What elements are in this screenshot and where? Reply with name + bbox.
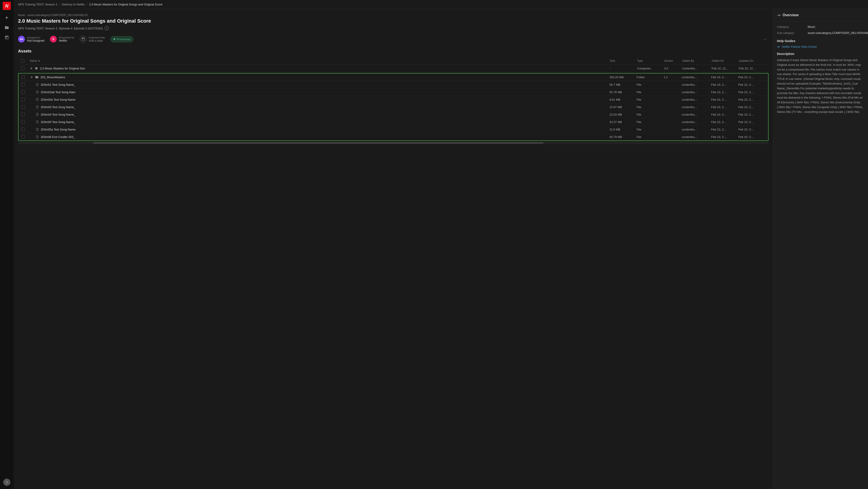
user-avatar[interactable]: U — [3, 479, 11, 487]
file-row: 203m01 Test Song Name_ 56.7 MB File cont… — [19, 81, 768, 88]
file-name-0[interactable]: 203m01 Test Song Name_ — [30, 83, 610, 86]
subcategory-label: Sub category — [777, 31, 804, 35]
folder-added-on: Feb 10, 2:... — [711, 76, 738, 79]
folder-updated-on: Feb 10, 2:... — [738, 76, 765, 79]
version-column-header: Version — [664, 59, 682, 62]
row-checkbox[interactable] — [21, 66, 30, 70]
file-size-5: 33.37 MB — [610, 120, 637, 124]
status-dot — [114, 38, 115, 40]
file-row: 203m06 End Credits S02_ 45.79 MB File co… — [19, 133, 768, 140]
file-updated-on-7: Feb 10, 2:... — [738, 135, 765, 139]
folder-checkbox[interactable] — [21, 75, 30, 79]
breadcrumb-item-2[interactable]: Delivery to Netflix — [62, 3, 85, 6]
file-added-on-3: Feb 10, 2:... — [711, 106, 738, 109]
file-name-1[interactable]: 203m02ab Test Song Nam — [30, 90, 610, 94]
file-size-0: 56.7 MB — [610, 83, 637, 86]
info-section: Category Music Sub category asset.subcat… — [777, 25, 864, 35]
file-added-on-2: Feb 10, 2:... — [711, 98, 738, 101]
file-row: 203m05 Test Song Name_ 33.37 MB File con… — [19, 118, 768, 126]
category-label: Category — [777, 25, 804, 29]
file-updated-on-2: Feb 10, 2:... — [738, 98, 765, 101]
right-panel-header: ⇥ Overview — [777, 13, 864, 22]
help-link[interactable]: Netflix Partner Help Center — [777, 45, 864, 49]
file-checkbox-1[interactable] — [21, 90, 30, 94]
category-value: Music — [808, 25, 815, 29]
breadcrumb-item-1[interactable]: NPS Training TEST: Season 2 — [18, 3, 57, 6]
file-updated-on-1: Feb 10, 2:... — [738, 90, 765, 94]
folder-expand-arrow[interactable]: ▼ — [30, 76, 33, 79]
file-name-text-5: 203m05 Test Song Name_ — [41, 120, 75, 124]
file-type-1: File — [637, 90, 664, 94]
file-row: 203m02b Test Song Name 9.81 MB File cont… — [19, 96, 768, 103]
file-doc-icon-2 — [36, 98, 39, 101]
file-added-on-6: Feb 10, 2:... — [711, 128, 738, 131]
requested-text: Requested by Netflix — [59, 36, 74, 42]
file-checkbox-2[interactable] — [21, 98, 30, 101]
file-checkbox-5[interactable] — [21, 120, 30, 124]
file-name-5[interactable]: 203m05 Test Song Name_ — [30, 120, 610, 124]
file-checkbox-0[interactable] — [21, 83, 30, 86]
file-doc-icon-5 — [36, 120, 39, 123]
file-checkbox-3[interactable] — [21, 105, 30, 109]
file-checkbox-6[interactable] — [21, 127, 30, 131]
file-row: 203m04 Test Song Name_ 23.03 MB File con… — [19, 111, 768, 118]
horizontal-scrollbar[interactable] — [18, 142, 769, 144]
sidebar-item-video[interactable] — [3, 13, 11, 22]
file-name-3[interactable]: 203m03 Test Song Name_ — [30, 106, 610, 109]
assigned-to-item: NA Assigned to Not Assigned — [18, 36, 44, 42]
file-type-2: File — [637, 98, 664, 101]
updated-on-column-header: Updated On — [739, 59, 766, 62]
file-name-6[interactable]: 203m05a Test Song Name — [30, 128, 610, 131]
file-name-7[interactable]: 203m06 End Credits S02_ — [30, 135, 610, 139]
sidebar-item-folder[interactable] — [3, 24, 11, 32]
name-column-header[interactable]: Name ⇅ — [30, 59, 610, 62]
right-panel: ⇥ Overview Category Music Sub category a… — [773, 9, 868, 489]
assigned-value[interactable]: Not Assigned — [27, 39, 44, 42]
more-options-button[interactable]: ··· — [762, 36, 769, 42]
avatar-circle: U — [3, 479, 10, 486]
scroll-thumb[interactable] — [93, 142, 544, 144]
page-meta: NPS Training TEST: Season 2 Episode 4: E… — [18, 26, 769, 30]
parent-version: 3.0 — [664, 67, 682, 70]
svg-point-0 — [35, 67, 38, 70]
info-icon[interactable]: i — [105, 26, 109, 30]
folder-file-icon — [35, 75, 39, 79]
file-doc-icon-7 — [36, 135, 39, 138]
breadcrumb-item-3: 2.0 Music Masters for Original Songs and… — [89, 3, 162, 6]
expected-value[interactable]: Add a date — [89, 39, 105, 42]
panel-title: Overview — [782, 13, 799, 17]
expand-arrow[interactable]: ▼ — [30, 67, 33, 70]
parent-added-on: Feb 10, 12... — [712, 67, 739, 70]
folder-added-by: contenthu... — [682, 76, 711, 79]
file-checkbox-7[interactable] — [21, 135, 30, 139]
parent-updated-on: Feb 10, 12... — [739, 67, 766, 70]
file-name-2[interactable]: 203m02b Test Song Name — [30, 98, 610, 101]
folder-size: 263.25 MB — [610, 76, 637, 79]
requested-avatar: N — [50, 36, 57, 42]
parent-row-name[interactable]: ▼ 2.0 Music Masters for Original Son — [30, 66, 610, 70]
checkbox-header[interactable] — [21, 59, 30, 63]
panel-toggle-icon[interactable]: ⇥ — [777, 13, 780, 18]
file-row: 203m02ab Test Song Nam 55.78 MB File con… — [19, 88, 768, 96]
file-type-3: File — [637, 106, 664, 109]
file-size-2: 9.81 MB — [610, 98, 637, 101]
file-doc-icon-6 — [36, 128, 39, 131]
file-added-on-1: Feb 10, 2:... — [711, 90, 738, 94]
sidebar-item-calendar[interactable] — [3, 33, 11, 41]
project-name: NPS Training TEST: Season 2 — [18, 27, 57, 30]
added-by-column-header: Added By — [682, 59, 712, 62]
status-text: Processed — [117, 37, 130, 41]
subcategory-value: asset.subcategory.COMPOSER_DELIVERABLES — [808, 31, 868, 35]
link-icon — [777, 45, 780, 49]
file-size-7: 45.79 MB — [610, 135, 637, 139]
help-link-text[interactable]: Netflix Partner Help Center — [782, 45, 817, 49]
file-name-text-6: 203m05a Test Song Name — [41, 128, 75, 131]
file-name-4[interactable]: 203m04 Test Song Name_ — [30, 113, 610, 116]
file-added-on-5: Feb 10, 2:... — [711, 120, 738, 124]
folder-name[interactable]: ▼ 203_MusicMasters — [30, 75, 610, 79]
file-type-4: File — [637, 113, 664, 116]
file-added-on-4: Feb 10, 2:... — [711, 113, 738, 116]
file-checkbox-4[interactable] — [21, 113, 30, 116]
file-size-3: 15.97 MB — [610, 106, 637, 109]
file-name-text-4: 203m04 Test Song Name_ — [41, 113, 75, 116]
